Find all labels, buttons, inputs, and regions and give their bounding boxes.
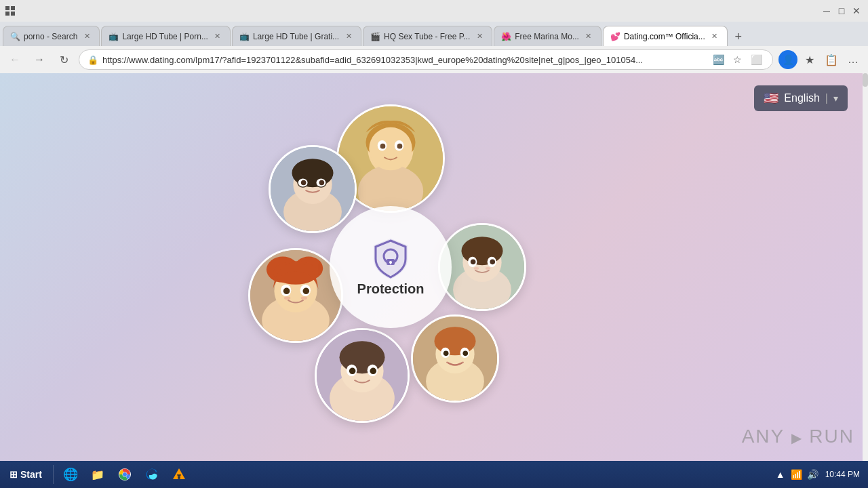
- tab-title-4: HQ Sex Tube - Free P...: [384, 32, 470, 41]
- taskbar: ⊞ Start 🌐 📁: [0, 461, 868, 488]
- system-tray: ▲ 📶 🔊: [774, 468, 820, 481]
- tab-close-5[interactable]: ✕: [583, 31, 594, 42]
- minimize-button[interactable]: ─: [821, 5, 833, 17]
- tray-volume[interactable]: 🔊: [806, 468, 820, 481]
- title-bar: ─ □ ✕: [0, 0, 868, 22]
- watermark: ANY ▶ RUN: [742, 426, 854, 447]
- svg-point-64: [178, 476, 180, 479]
- tab-favicon-1: 🔍: [10, 32, 20, 41]
- svg-point-31: [486, 267, 491, 270]
- tab-title-3: Large HD Tube | Grati...: [253, 32, 339, 41]
- svg-point-35: [434, 327, 475, 355]
- forward-button[interactable]: →: [30, 50, 49, 69]
- svg-point-60: [301, 296, 308, 300]
- address-bar: ← → ↻ 🔒 https://www.dating.com/lpm17/?af…: [0, 46, 868, 73]
- tab-large-hd-2[interactable]: 📺 Large HD Tube | Grati... ✕: [232, 26, 361, 46]
- file-manager-icon: 📁: [90, 467, 105, 482]
- close-button[interactable]: ✕: [850, 5, 863, 17]
- scrollbar[interactable]: [863, 73, 868, 461]
- svg-point-8: [397, 144, 403, 149]
- ie-icon: 🌐: [63, 467, 78, 482]
- svg-point-15: [301, 180, 307, 186]
- tab-title-6: Dating.com™ Officia...: [624, 32, 705, 41]
- edge-icon: [144, 467, 159, 482]
- url-bar[interactable]: 🔒 https://www.dating.com/lpm17/?afid=192…: [79, 49, 773, 70]
- tab-favicon-6: 💕: [610, 32, 620, 41]
- star-icon[interactable]: ☆: [729, 52, 745, 68]
- profile-button[interactable]: 👤: [778, 50, 797, 69]
- protection-label: Protection: [357, 281, 425, 297]
- tab-close-6[interactable]: ✕: [709, 31, 720, 42]
- avatar-6: [248, 248, 343, 343]
- chevron-down-icon: ▾: [833, 93, 838, 104]
- favorites-button[interactable]: ★: [800, 50, 819, 69]
- more-button[interactable]: …: [844, 50, 863, 69]
- tab-hq-sex-tube[interactable]: 🎬 HQ Sex Tube - Free P... ✕: [363, 26, 492, 46]
- svg-point-48: [370, 368, 376, 375]
- refresh-button[interactable]: ↻: [54, 50, 73, 69]
- start-label: Start: [20, 469, 42, 480]
- svg-point-29: [490, 260, 495, 265]
- back-button[interactable]: ←: [5, 50, 24, 69]
- collections-button[interactable]: 📋: [822, 50, 841, 69]
- title-bar-left: [5, 6, 15, 16]
- clock-time: 10:44 PM: [825, 469, 860, 481]
- svg-point-59: [284, 296, 291, 300]
- tab-close-4[interactable]: ✕: [474, 31, 485, 42]
- svg-point-7: [380, 144, 386, 149]
- tab-close-3[interactable]: ✕: [343, 31, 354, 42]
- lang-divider: |: [825, 92, 828, 104]
- svg-point-58: [303, 288, 310, 295]
- avatar-face-6: [250, 250, 341, 341]
- taskbar-separator: [53, 465, 54, 484]
- svg-point-25: [461, 237, 502, 265]
- tabs-bar: 🔍 porno - Search ✕ 📺 Large HD Tube | Por…: [0, 22, 868, 46]
- tab-favicon-5: 🌺: [501, 32, 511, 41]
- svg-point-63: [123, 472, 127, 476]
- new-tab-button[interactable]: +: [729, 27, 748, 46]
- taskbar-file-manager[interactable]: 📁: [85, 463, 111, 486]
- taskbar-vlc[interactable]: [166, 463, 192, 486]
- avatar-2: [269, 145, 357, 233]
- avatar-face-2: [271, 147, 355, 231]
- protection-icon: [370, 237, 411, 281]
- browser-actions: 👤 ★ 📋 …: [778, 50, 863, 69]
- tab-dating-com[interactable]: 💕 Dating.com™ Officia... ✕: [603, 26, 728, 46]
- taskbar-chrome[interactable]: [112, 463, 138, 486]
- flower-container: Protection: [214, 91, 567, 443]
- flag-icon: 🇺🇸: [764, 91, 778, 106]
- scroll-thumb[interactable]: [863, 73, 868, 87]
- tab-title-1: porno - Search: [24, 32, 77, 41]
- avatar-face-3: [440, 225, 524, 309]
- collections-icon[interactable]: ⬜: [748, 52, 764, 68]
- language-selector[interactable]: 🇺🇸 English | ▾: [754, 85, 848, 111]
- grid-icon[interactable]: [5, 6, 15, 16]
- tab-close-1[interactable]: ✕: [81, 31, 92, 42]
- svg-point-47: [349, 368, 356, 375]
- taskbar-ie[interactable]: 🌐: [58, 463, 83, 486]
- tab-close-2[interactable]: ✕: [212, 31, 223, 42]
- svg-point-16: [319, 180, 325, 186]
- tray-network[interactable]: 📶: [790, 468, 804, 481]
- tab-porno-search[interactable]: 🔍 porno - Search ✕: [3, 26, 100, 46]
- maximize-button[interactable]: □: [835, 5, 848, 17]
- svg-point-28: [471, 260, 476, 265]
- start-button[interactable]: ⊞ Start: [3, 466, 49, 483]
- avatar-face-4: [413, 317, 497, 401]
- tab-large-hd-1[interactable]: 📺 Large HD Tube | Porn... ✕: [101, 26, 231, 46]
- title-bar-controls: ─ □ ✕: [821, 5, 863, 17]
- tab-free-marina[interactable]: 🌺 Free Marina Mo... ✕: [494, 26, 601, 46]
- tray-show-hidden[interactable]: ▲: [774, 468, 787, 481]
- clock[interactable]: 10:44 PM: [825, 469, 860, 481]
- start-icon: ⊞: [9, 469, 18, 480]
- translate-icon[interactable]: 🔤: [710, 52, 726, 68]
- vlc-icon: [172, 467, 186, 482]
- svg-point-57: [283, 288, 290, 295]
- language-text: English: [784, 92, 819, 104]
- svg-rect-21: [390, 262, 391, 264]
- svg-point-39: [462, 351, 468, 357]
- watermark-text: ANY ▶ RUN: [742, 426, 854, 447]
- tab-title-2: Large HD Tube | Porn...: [122, 32, 208, 41]
- tab-title-5: Free Marina Mo...: [515, 32, 579, 41]
- taskbar-edge[interactable]: [139, 463, 165, 486]
